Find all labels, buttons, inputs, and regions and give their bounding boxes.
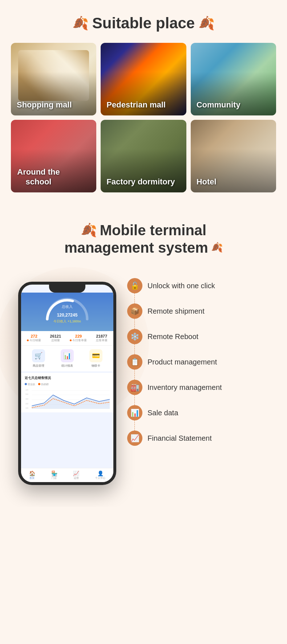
phone-icon-stats: 📊 统计报表 xyxy=(61,349,74,368)
suitable-title: 🍂 Suitable place 🍂 xyxy=(7,15,280,32)
financial-statement-label: Financial Statement xyxy=(147,434,212,443)
remote-reboot-icon: ❄️ xyxy=(127,329,142,344)
suitable-title-text: Suitable place xyxy=(92,15,195,32)
features-list: 🔓 Unlock with one click 📦 Remote shipmen… xyxy=(116,274,280,456)
grid-item-factory-dormitory: Factory dormitory xyxy=(101,120,186,192)
remote-shipment-icon: 📦 xyxy=(127,303,142,319)
phone-header: 总收入 120,27245 今日收入 +1,16050 xyxy=(21,293,113,331)
leaf-left-icon: 🍂 xyxy=(72,16,89,31)
grid-item-community: Community xyxy=(191,43,276,115)
grid-item-shopping-mall: Shopping mall xyxy=(11,43,96,115)
chart-title: 近七天总销售情况 xyxy=(25,376,110,380)
inventory-management-icon: 🏭 xyxy=(127,380,142,395)
mobile-leaf-left-icon: 🍂 xyxy=(81,222,97,238)
stat-total-sales-num: 26121 xyxy=(50,334,61,338)
phone-revenue-amount: 120,27245 xyxy=(27,310,108,318)
place-grid: Shopping mall Pedestrian mall Community … xyxy=(7,43,280,192)
phone-today-income: 今日收入 +1,16050 xyxy=(27,319,108,324)
feature-remote-reboot: ❄️ Remote Reboot xyxy=(127,329,280,344)
product-management-label: Product management xyxy=(147,358,217,366)
suitable-place-section: 🍂 Suitable place 🍂 Shopping mall Pedestr… xyxy=(0,0,287,203)
svg-text:200: 200 xyxy=(25,403,28,405)
grid-label-community: Community xyxy=(197,100,240,110)
phone-stats-row: 272 今日销量 26121 总销量 229 今日客单量 21877 xyxy=(21,331,113,346)
grid-item-around-school: Around the school xyxy=(11,120,96,192)
stat-today-orders-num: 229 xyxy=(70,334,87,338)
mobile-terminal-section: 🍂 Mobile terminal management system 🍂 xyxy=(0,203,287,507)
grid-label-pedestrian-mall: Pedestrian mall xyxy=(106,100,166,110)
mobile-content-area: 总收入 120,27245 今日收入 +1,16050 xyxy=(7,274,280,485)
phone-revenue-label: 总收入 xyxy=(27,304,108,309)
feature-product-management: 📋 Product management xyxy=(127,354,280,370)
inventory-management-label: Inventory management xyxy=(147,383,222,392)
sale-data-label: Sale data xyxy=(147,409,178,417)
grid-item-hotel: Hotel xyxy=(191,120,276,192)
feature-inventory-management: 🏭 Inventory management xyxy=(127,380,280,395)
sale-data-icon: 📊 xyxy=(127,405,142,420)
feature-financial-statement: 📈 Financial Statement xyxy=(127,431,280,446)
feature-sale-data: 📊 Sale data xyxy=(127,405,280,420)
grid-label-hotel: Hotel xyxy=(197,177,217,187)
phone-icon-product-mgmt: 🛒 商品管理 xyxy=(32,349,45,368)
svg-text:300: 300 xyxy=(25,398,28,400)
svg-text:100: 100 xyxy=(25,389,28,391)
stat-today-orders: 229 今日客单量 xyxy=(70,334,87,342)
nav-home[interactable]: 🏠 首页 xyxy=(29,470,35,480)
leaf-right-icon: 🍂 xyxy=(198,16,215,31)
grid-label-shopping-mall: Shopping mall xyxy=(17,100,72,110)
chart-svg: 100 500 300 200 100 xyxy=(25,388,110,409)
phone-bottom-nav: 🏠 首页 🏪 门店 📈 运营 👤 个人中 xyxy=(21,468,113,482)
phone-chart-section: 近七天总销售情况 营业款 热销榜 100 500 300 200 xyxy=(21,373,113,412)
product-management-icon: 📋 xyxy=(127,354,142,370)
mobile-leaf-right-icon: 🍂 xyxy=(211,242,223,253)
stat-total-orders: 21877 总客单量 xyxy=(96,334,108,342)
phone-notch xyxy=(49,285,85,293)
nav-profile[interactable]: 👤 个人中心 xyxy=(95,470,105,480)
remote-shipment-label: Remote shipment xyxy=(147,307,205,315)
feature-remote-shipment: 📦 Remote shipment xyxy=(127,303,280,319)
stat-total-sales: 26121 总销量 xyxy=(50,334,61,342)
unlock-icon: 🔓 xyxy=(127,278,142,293)
phone-screen: 总收入 120,27245 今日收入 +1,16050 xyxy=(21,285,113,482)
chart-legend: 营业款 热销榜 xyxy=(25,383,110,386)
feature-unlock: 🔓 Unlock with one click xyxy=(127,278,280,293)
chart-area: 100 500 300 200 100 xyxy=(25,388,110,409)
svg-marker-10 xyxy=(32,395,110,409)
mobile-title: 🍂 Mobile terminal management system 🍂 xyxy=(7,221,280,256)
nav-store[interactable]: 🏪 门店 xyxy=(51,470,57,480)
financial-statement-icon: 📈 xyxy=(127,431,142,446)
mobile-title-line1: Mobile terminal xyxy=(100,221,206,239)
nav-operations[interactable]: 📈 运营 xyxy=(73,470,79,480)
unlock-label: Unlock with one click xyxy=(147,282,215,290)
phone-icon-iot-card: 💳 物联卡 xyxy=(89,349,102,368)
remote-reboot-label: Remote Reboot xyxy=(147,333,198,341)
grid-label-around-school: Around the school xyxy=(17,167,60,187)
stat-today-sales: 272 今日销量 xyxy=(27,334,41,342)
stat-today-sales-num: 272 xyxy=(27,334,41,338)
svg-text:100: 100 xyxy=(25,407,28,409)
grid-item-pedestrian-mall: Pedestrian mall xyxy=(101,43,186,115)
phone-mockup: 总收入 120,27245 今日收入 +1,16050 xyxy=(18,282,116,485)
mobile-title-line2: management system xyxy=(64,239,208,256)
phone-outer: 总收入 120,27245 今日收入 +1,16050 xyxy=(18,282,116,485)
grid-label-factory-dormitory: Factory dormitory xyxy=(106,177,175,187)
phone-icon-row: 🛒 商品管理 📊 统计报表 💳 物联卡 xyxy=(21,346,113,371)
svg-text:500: 500 xyxy=(25,394,28,395)
stat-total-orders-num: 21877 xyxy=(96,334,108,338)
